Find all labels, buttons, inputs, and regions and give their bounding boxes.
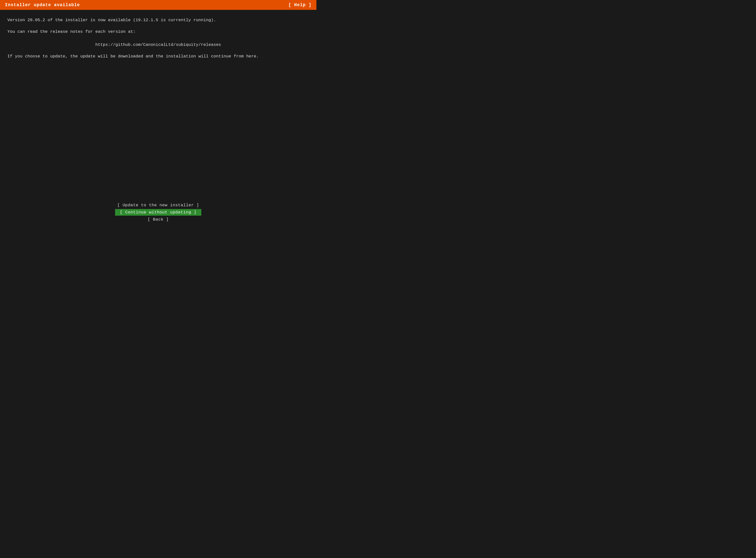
release-notes-intro: You can read the release notes for each … [7,28,309,35]
update-description: If you choose to update, the update will… [7,53,309,60]
release-notes-url: https://github.com/CanonicalLtd/subiquit… [7,43,309,47]
main-content: Version 20.05.2 of the installer is now … [0,10,316,233]
spacer [7,65,309,202]
header-title: Installer update available [5,2,80,7]
help-button[interactable]: [ Help ] [288,2,311,7]
update-button[interactable]: [ Update to the new installer ] [112,202,204,208]
version-info: Version 20.05.2 of the installer is now … [7,17,309,23]
continue-without-updating-button[interactable]: [ Continue without updating ] [115,209,202,215]
header-bar: Installer update available [ Help ] [0,0,316,10]
button-group: [ Update to the new installer ] [ Contin… [7,202,309,228]
back-button[interactable]: [ Back ] [116,216,200,223]
